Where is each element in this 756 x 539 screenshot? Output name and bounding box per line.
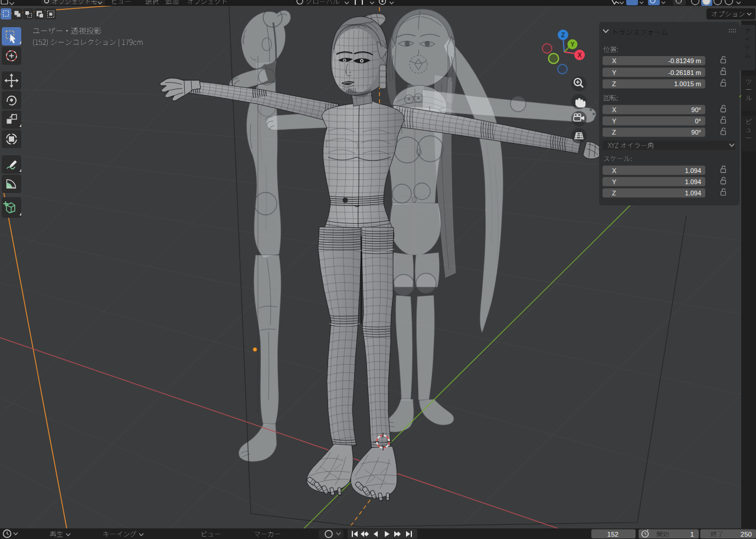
svg-text:90°: 90° <box>691 129 701 136</box>
svg-text:X: X <box>578 52 582 58</box>
svg-text:Z: Z <box>561 32 565 38</box>
svg-text:Y: Y <box>612 178 617 185</box>
svg-text:Y: Y <box>571 41 575 48</box>
svg-text:-0.81249 m: -0.81249 m <box>668 57 701 64</box>
svg-text:1: 1 <box>690 531 694 538</box>
svg-text:1.0015 m: 1.0015 m <box>674 80 701 87</box>
svg-text:Z: Z <box>612 80 616 87</box>
svg-text:152: 152 <box>607 531 618 538</box>
svg-text:1.094: 1.094 <box>685 190 701 197</box>
svg-text:X: X <box>612 167 617 174</box>
svg-text:0°: 0° <box>695 117 701 125</box>
svg-text:Y: Y <box>612 69 617 76</box>
svg-text:X: X <box>612 57 617 64</box>
svg-text:-0.26181 m: -0.26181 m <box>668 69 701 76</box>
svg-text:Z: Z <box>612 129 616 136</box>
svg-text:90°: 90° <box>691 106 701 113</box>
svg-text:250: 250 <box>741 531 752 538</box>
svg-text:Z: Z <box>612 190 616 197</box>
svg-text:X: X <box>612 106 617 113</box>
svg-text:1.094: 1.094 <box>685 178 701 185</box>
svg-text:Y: Y <box>612 117 617 125</box>
svg-text:1.094: 1.094 <box>685 167 701 174</box>
